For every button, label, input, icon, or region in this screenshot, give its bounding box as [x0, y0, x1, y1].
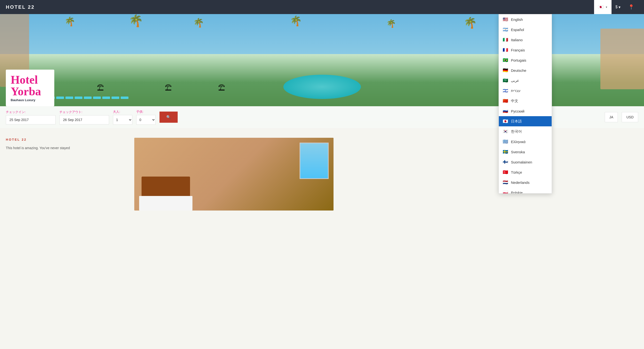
language-name-17: Polskie — [511, 191, 522, 194]
language-name-2: Italiano — [511, 38, 522, 42]
hotel-logo-box: Hotel Yorba Bauhaus Luxury — [6, 70, 54, 106]
language-option-polskie[interactable]: 🇵🇱Polskie — [499, 187, 552, 194]
content-right — [134, 138, 334, 210]
language-flag-7: 🇮🇱 — [503, 88, 508, 93]
pool-decoration — [283, 75, 361, 99]
chair — [102, 97, 110, 99]
language-flag-15: 🇹🇷 — [503, 170, 508, 175]
language-option-한국어[interactable]: 🇰🇷한국어 — [499, 126, 552, 137]
location-button[interactable]: 📍 — [624, 0, 638, 14]
language-flag-17: 🇵🇱 — [503, 190, 508, 194]
palm-icon-3: 🌴 — [193, 18, 204, 28]
language-option-english[interactable]: 🇺🇸English — [499, 14, 552, 25]
language-name-14: Suomalainen — [511, 160, 532, 164]
currency-label: $ — [616, 5, 618, 9]
location-icon: 📍 — [628, 4, 634, 10]
adults-select[interactable]: 1234 — [113, 115, 132, 125]
language-option-italiano[interactable]: 🇮🇹Italiano — [499, 35, 552, 45]
language-flag-0: 🇺🇸 — [503, 17, 508, 22]
language-flag-4: 🇧🇷 — [503, 58, 508, 63]
chair — [112, 97, 119, 99]
usd-currency-button[interactable]: USD — [622, 112, 638, 122]
language-option-nederlands[interactable]: 🇳🇱Nederlands — [499, 177, 552, 187]
currency-button[interactable]: $ ▾ — [612, 0, 624, 14]
hotel-description: This hotel is amazing. You've never stay… — [6, 145, 127, 151]
language-flag-8: 🇨🇳 — [503, 98, 508, 104]
palm-icon-2: 🌴 — [129, 14, 143, 28]
language-name-13: Svenska — [511, 150, 525, 154]
adults-label: 大人: — [113, 110, 132, 114]
language-option-español[interactable]: 🇦🇷Español — [499, 25, 552, 35]
language-name-16: Nederlands — [511, 180, 530, 185]
hotel-logo-line1: Hotel — [11, 74, 50, 86]
language-flag-10: 🇯🇵 — [503, 119, 508, 124]
language-flag-12: 🇬🇷 — [503, 139, 508, 144]
language-option-portugais[interactable]: 🇧🇷Portugais — [499, 55, 552, 65]
language-flag-16: 🇳🇱 — [503, 180, 508, 185]
language-name-5: Deutsche — [511, 68, 526, 73]
content-left: HOTEL 22 This hotel is amazing. You've n… — [6, 138, 127, 210]
children-select[interactable]: 0123 — [136, 115, 156, 125]
language-name-6: عربى — [511, 78, 519, 83]
chair — [56, 97, 64, 99]
language-selector-button[interactable]: 🇯🇵 ▼ — [594, 0, 612, 14]
language-option-русский[interactable]: 🇷🇺Русский — [499, 106, 552, 116]
language-flag-13: 🇸🇪 — [503, 149, 508, 155]
language-option-ελληνικά[interactable]: 🇬🇷Ελληνικά — [499, 137, 552, 147]
language-flag-1: 🇦🇷 — [503, 27, 508, 32]
language-flag-5: 🇩🇪 — [503, 68, 508, 73]
language-option-中文[interactable]: 🇨🇳中文 — [499, 96, 552, 106]
children-field: 子供: 0123 — [136, 110, 156, 125]
language-option-日本語[interactable]: 🇯🇵日本語 — [499, 116, 552, 126]
currency-chevron-icon: ▾ — [618, 5, 620, 10]
umbrella-icon-2: ⛱ — [97, 84, 104, 92]
checkin-input[interactable] — [6, 115, 56, 124]
language-option-français[interactable]: 🇫🇷Français — [499, 45, 552, 55]
language-flag-3: 🇫🇷 — [503, 47, 508, 53]
checkin-field: チェックイン: — [6, 110, 56, 124]
palm-icon-4: 🌴 — [290, 15, 302, 27]
language-name-11: 한국어 — [511, 129, 522, 134]
language-dropdown: 🇺🇸English🇦🇷Español🇮🇹Italiano🇫🇷Français🇧🇷… — [498, 14, 552, 194]
language-option-deutsche[interactable]: 🇩🇪Deutsche — [499, 65, 552, 75]
hotel-room-image — [134, 138, 334, 210]
checkin-label: チェックイン: — [6, 110, 56, 114]
hotel-logo-line2: Yorba — [11, 86, 50, 97]
search-icon: 🔍 — [166, 115, 171, 119]
language-option-svenska[interactable]: 🇸🇪Svenska — [499, 147, 552, 157]
language-name-10: 日本語 — [511, 119, 522, 124]
header-logo: HOTEL 22 — [6, 4, 35, 10]
ja-language-button[interactable]: JA — [605, 112, 618, 122]
chevron-down-icon: ▼ — [605, 6, 608, 9]
room-window — [300, 143, 329, 179]
checkout-input[interactable] — [60, 115, 109, 124]
language-flag: 🇯🇵 — [598, 4, 603, 10]
buildings-right — [600, 29, 644, 89]
language-name-7: עברית — [511, 89, 520, 93]
chair — [93, 97, 101, 99]
language-name-15: Türkçe — [511, 170, 522, 174]
main-content: HOTEL 22 This hotel is amazing. You've n… — [0, 128, 339, 220]
language-name-1: Español — [511, 28, 524, 32]
chair — [66, 97, 73, 99]
checkout-label: チェックアウト: — [60, 110, 109, 114]
language-flag-14: 🇫🇮 — [503, 159, 508, 165]
hotel-section-title: HOTEL 22 — [6, 138, 127, 141]
palm-icon-1: 🌴 — [64, 17, 76, 27]
header-right: 🇯🇵 ▼ $ ▾ 📍 — [594, 0, 638, 14]
language-name-3: Français — [511, 48, 525, 52]
language-name-4: Portugais — [511, 58, 526, 62]
language-option-עברית[interactable]: 🇮🇱עברית — [499, 86, 552, 96]
hotel-logo-subtitle: Bauhaus Luxury — [11, 98, 50, 102]
language-flag-6: 🇸🇦 — [503, 78, 508, 83]
language-option-türkçe[interactable]: 🇹🇷Türkçe — [499, 167, 552, 177]
language-name-12: Ελληνικά — [511, 140, 526, 144]
language-option-suomalainen[interactable]: 🇫🇮Suomalainen — [499, 157, 552, 167]
chair — [75, 97, 82, 99]
checkout-field: チェックアウト: — [60, 110, 109, 124]
search-button[interactable]: 🔍 — [160, 112, 178, 123]
palm-icon-6: 🌴 — [464, 17, 477, 29]
language-option-عربى[interactable]: 🇸🇦عربى — [499, 75, 552, 86]
language-name-0: English — [511, 18, 523, 22]
language-name-9: Русский — [511, 109, 524, 113]
